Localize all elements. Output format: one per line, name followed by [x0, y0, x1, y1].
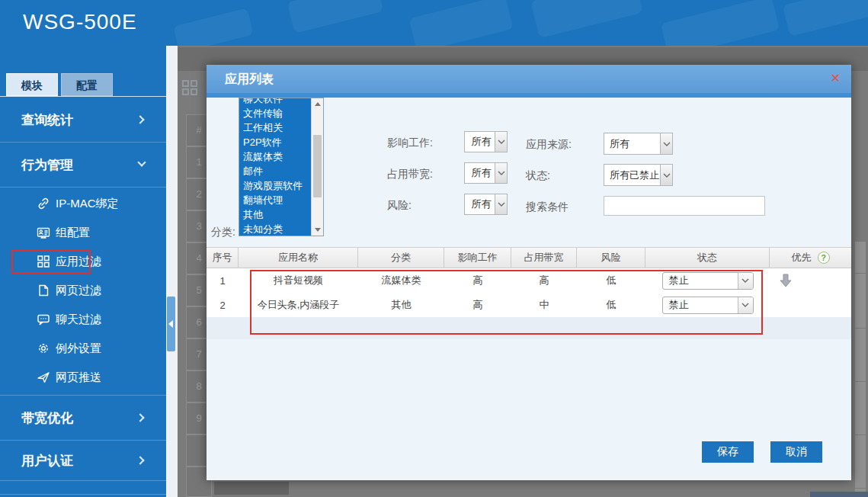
sidebar-item-ip-mac-binding[interactable]: IP-MAC绑定 — [0, 189, 166, 218]
col-header-bandwidth: 占用带宽 — [511, 248, 577, 268]
filter-status-select[interactable]: 所有已禁止 — [604, 164, 673, 186]
cancel-button[interactable]: 取消 — [770, 441, 822, 463]
listbox-item[interactable]: 其他 — [239, 207, 311, 222]
source-label: 应用来源: — [526, 138, 572, 152]
menu-item-label: 应用过滤 — [56, 255, 101, 269]
cell-impact: 高 — [444, 268, 511, 293]
menu-item-label: 网页过滤 — [56, 284, 101, 298]
select-value: 所有 — [604, 137, 660, 151]
sidebar-item-app-filter[interactable]: 应用过滤 — [0, 247, 166, 276]
search-input[interactable] — [604, 196, 765, 216]
listbox-item[interactable]: 工作相关 — [239, 120, 311, 135]
cell-impact: 高 — [444, 293, 511, 317]
cell-name: 今日头条,内涵段子 — [239, 293, 358, 317]
status-label: 状态: — [526, 169, 550, 183]
table-row: 1 抖音短视频 流媒体类 高 高 低 禁止 — [207, 268, 851, 293]
divider — [0, 494, 166, 495]
scroll-down-icon — [315, 228, 321, 232]
app-title: WSG-500E — [23, 10, 137, 34]
close-icon[interactable]: ✕ — [831, 71, 841, 86]
help-icon[interactable]: ? — [818, 252, 830, 264]
filter-risk-select[interactable]: 所有 — [464, 194, 508, 215]
scrollbar-thumb[interactable] — [313, 135, 322, 197]
keyboard-decoration — [783, 0, 868, 37]
sidebar-tab-config[interactable]: 配置 — [61, 73, 113, 96]
cell-status: 禁止 — [645, 293, 770, 317]
col-header-status: 状态 — [645, 248, 770, 268]
category-listbox[interactable]: 聊天软件 文件传输 工作相关 P2P软件 流媒体类 邮件 游戏股票软件 翻墙代理… — [239, 98, 324, 236]
sidebar-gap — [166, 46, 178, 497]
chevron-down-icon — [660, 165, 672, 185]
col-header-no: 序号 — [207, 248, 239, 268]
col-header-risk: 风险 — [577, 248, 645, 268]
sidebar-group-query-stats[interactable]: 查询统计 — [0, 98, 166, 142]
listbox-item[interactable]: 翻墙代理 — [239, 193, 311, 207]
group-label: 带宽优化 — [21, 409, 73, 427]
chevron-down-icon — [137, 158, 146, 166]
cell-priority — [770, 268, 851, 293]
status-select[interactable]: 禁止 — [662, 272, 754, 290]
listbox-item[interactable]: 流媒体类 — [239, 149, 311, 164]
chat-icon — [37, 313, 50, 326]
sidebar-tab-module[interactable]: 模块 — [6, 73, 58, 96]
tab-underline — [0, 96, 166, 97]
keyboard-decoration — [408, 0, 513, 46]
app-header: WSG-500E — [0, 0, 868, 46]
sidebar-item-group-config[interactable]: 组配置 — [0, 218, 166, 247]
risk-label: 风险: — [387, 199, 412, 213]
impact-label: 影响工作: — [387, 136, 433, 150]
status-select[interactable]: 禁止 — [662, 297, 754, 314]
save-button[interactable]: 保存 — [702, 441, 754, 463]
cell-no: 1 — [207, 268, 239, 293]
scroll-up-icon — [315, 102, 321, 106]
menu-item-label: 聊天过滤 — [56, 313, 101, 327]
modal-titlebar — [207, 65, 851, 93]
sidebar-item-web-push[interactable]: 网页推送 — [0, 363, 166, 392]
menu-item-label: 例外设置 — [56, 341, 101, 356]
listbox-items: 聊天软件 文件传输 工作相关 P2P软件 流媒体类 邮件 游戏股票软件 翻墙代理… — [239, 98, 311, 236]
listbox-item[interactable]: 聊天软件 — [239, 98, 311, 106]
sidebar-item-web-filter[interactable]: 网页过滤 — [0, 276, 166, 305]
listbox-item[interactable]: 游戏股票软件 — [239, 178, 311, 193]
background-button — [214, 482, 289, 495]
keyboard-decoration — [530, 0, 643, 38]
keyboard-decoration — [173, 8, 254, 46]
keyboard-decoration — [661, 0, 780, 46]
listbox-scrollbar[interactable] — [311, 98, 323, 236]
sidebar-group-behavior-mgmt[interactable]: 行为管理 — [0, 143, 166, 187]
chevron-down-icon — [495, 132, 507, 152]
cell-name: 抖音短视频 — [239, 268, 358, 293]
cell-risk: 低 — [577, 268, 645, 293]
id-card-icon — [37, 226, 50, 239]
divider — [0, 187, 166, 188]
filter-bandwidth-select[interactable]: 所有 — [464, 162, 508, 184]
page-scrollbar — [855, 242, 866, 497]
scroll-down-button[interactable] — [312, 224, 323, 236]
listbox-item[interactable]: 文件传输 — [239, 106, 311, 120]
col-header-category: 分类 — [358, 248, 444, 268]
sidebar-group-user-auth[interactable]: 用户认证 — [0, 441, 166, 480]
listbox-item[interactable]: P2P软件 — [239, 135, 311, 149]
menu-item-label: IP-MAC绑定 — [56, 197, 119, 211]
filter-source-select[interactable]: 所有 — [604, 133, 673, 155]
menu-item-label: 网页推送 — [56, 370, 101, 385]
scroll-up-button[interactable] — [312, 98, 323, 110]
chevron-down-icon — [738, 297, 753, 313]
sidebar-group-bandwidth-opt[interactable]: 带宽优化 — [0, 396, 166, 440]
listbox-item[interactable]: 未知分类 — [239, 222, 311, 236]
menu-item-label: 组配置 — [56, 226, 90, 240]
sidebar-item-chat-filter[interactable]: 聊天过滤 — [0, 305, 166, 334]
listbox-item[interactable]: 邮件 — [239, 164, 311, 178]
chevron-down-icon — [738, 273, 753, 289]
grid-icon — [37, 255, 50, 268]
filter-impact-select[interactable]: 所有 — [464, 131, 508, 152]
cell-priority — [770, 293, 851, 317]
priority-down-icon[interactable] — [779, 273, 793, 288]
priority-header-label: 优先 — [792, 251, 812, 265]
collapse-arrow-icon — [168, 320, 173, 328]
sidebar-item-exception-settings[interactable]: 例外设置 — [0, 334, 166, 363]
sidebar-collapse-handle[interactable] — [167, 297, 175, 351]
app-table-header: 序号 应用名称 分类 影响工作 占用带宽 风险 状态 优先 ? — [207, 247, 851, 268]
gear-icon — [37, 341, 50, 355]
select-value: 所有已禁止 — [604, 168, 660, 182]
